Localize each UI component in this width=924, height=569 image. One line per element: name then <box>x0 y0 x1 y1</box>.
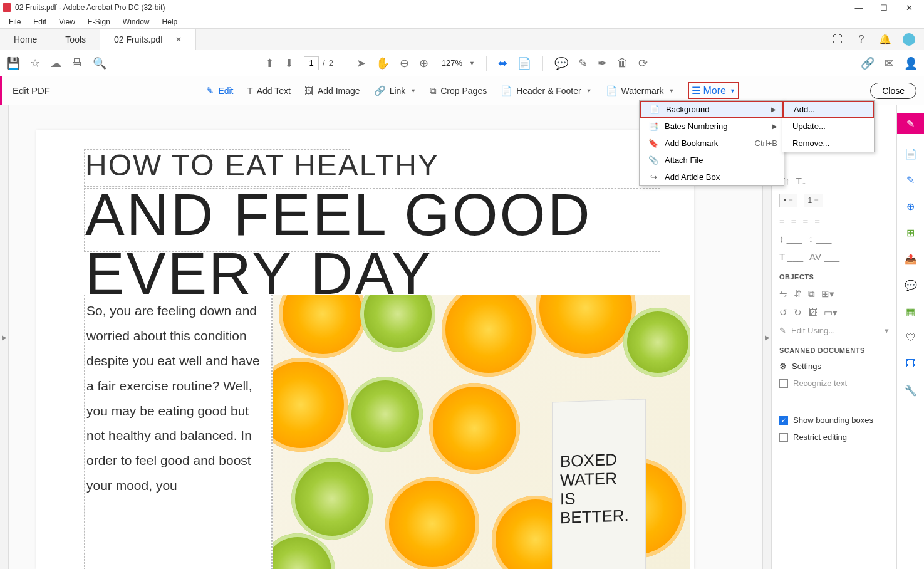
redact-tool-icon[interactable]: ▦ <box>904 305 918 318</box>
submenu-item-update[interactable]: Update... <box>782 118 874 135</box>
search-icon[interactable]: 🔍 <box>93 56 106 70</box>
close-button[interactable]: Close <box>870 83 916 99</box>
export-tool-icon[interactable]: 📤 <box>904 252 918 266</box>
menu-item-bookmark[interactable]: 🔖 Add Bookmark Ctrl+B <box>640 135 784 152</box>
page-down-icon[interactable]: ⬇ <box>284 56 294 70</box>
chevron-down-icon: ▼ <box>586 88 592 94</box>
close-icon[interactable]: ✕ <box>896 3 921 13</box>
crop-object-icon[interactable]: ⧉ <box>808 288 815 300</box>
number-list-button[interactable]: 1 ≡ <box>804 194 823 207</box>
text-spacing-row: T ___ AV ___ <box>779 251 889 262</box>
screen-capture-icon[interactable]: ⛶ <box>831 33 844 46</box>
zoom-out-icon[interactable]: ⊖ <box>400 56 409 70</box>
page-up-icon[interactable]: ⬆ <box>265 56 274 70</box>
people-icon[interactable]: 👤 <box>904 56 918 70</box>
menu-item-attach[interactable]: 📎 Attach File <box>640 152 784 169</box>
menu-edit[interactable]: Edit <box>27 16 53 28</box>
fit-page-icon[interactable]: 📄 <box>517 56 531 70</box>
protect-tool-icon[interactable]: 🛡 <box>904 331 918 345</box>
align-left-icon[interactable]: ≡ <box>779 215 785 226</box>
para-spacing-icon[interactable]: ↕ ___ <box>809 233 832 244</box>
more-tools-icon[interactable]: 🔧 <box>904 384 918 397</box>
align-justify-icon[interactable]: ≡ <box>814 215 820 226</box>
print-icon[interactable]: 🖶 <box>71 56 83 70</box>
page-current-input[interactable] <box>304 56 319 70</box>
help-icon[interactable]: ? <box>855 33 868 46</box>
minimize-icon[interactable]: — <box>846 3 871 13</box>
submenu-item-add[interactable]: Add... <box>782 101 874 118</box>
select-tool-icon[interactable]: ➤ <box>356 56 366 70</box>
text-smaller-icon[interactable]: T↓ <box>796 175 807 186</box>
save-icon[interactable]: 💾 <box>6 56 20 70</box>
link-share-icon[interactable]: 🔗 <box>861 56 875 70</box>
star-icon[interactable]: ☆ <box>30 56 40 70</box>
rotate-cw-icon[interactable]: ↻ <box>794 307 802 318</box>
comment-icon[interactable]: 💬 <box>554 56 568 70</box>
line-spacing-icon[interactable]: ↕ ___ <box>779 233 802 244</box>
more-button[interactable]: ☰ More ▼ <box>688 82 739 99</box>
combine-tool-icon[interactable]: ⊕ <box>904 199 918 213</box>
restrict-label: Restrict editing <box>793 432 847 442</box>
watermark-button[interactable]: 📄Watermark▼ <box>606 85 675 97</box>
link-button[interactable]: 🔗Link▼ <box>374 85 417 97</box>
edit-button[interactable]: ✎Edit <box>206 85 233 97</box>
scanned-section-title: SCANNED DOCUMENTS <box>779 347 889 354</box>
menu-file[interactable]: File <box>3 16 27 28</box>
menu-item-bates[interactable]: 📑 Bates Numbering ▶ <box>640 118 784 135</box>
replace-image-icon[interactable]: 🖼 <box>808 307 818 318</box>
spacing-row: ↕ ___ ↕ ___ <box>779 233 889 244</box>
menu-help[interactable]: Help <box>156 16 184 28</box>
arrange-icon[interactable]: ▭▾ <box>824 307 838 318</box>
zoom-in-icon[interactable]: ⊕ <box>419 56 428 70</box>
rotate-ccw-icon[interactable]: ↺ <box>779 307 787 318</box>
highlight-icon[interactable]: ✎ <box>578 56 588 70</box>
flip-v-icon[interactable]: ⇵ <box>794 288 802 300</box>
align-object-icon[interactable]: ⊞▾ <box>821 288 834 300</box>
objects-row2: ↺ ↻ 🖼 ▭▾ <box>779 307 889 318</box>
restrict-editing-checkbox[interactable]: Restrict editing <box>779 432 889 442</box>
tab-close-icon[interactable]: ✕ <box>175 35 182 44</box>
comment-tool-icon[interactable]: ✎ <box>904 173 918 187</box>
menu-item-background[interactable]: 📄 Background ▶ <box>640 101 784 118</box>
align-center-icon[interactable]: ≡ <box>791 215 797 226</box>
tab-home[interactable]: Home <box>0 29 51 50</box>
avatar[interactable] <box>903 33 915 46</box>
create-pdf-tool-icon[interactable]: 📄 <box>904 147 918 160</box>
maximize-icon[interactable]: ☐ <box>871 3 896 13</box>
header-footer-button[interactable]: 📄Header & Footer▼ <box>501 85 591 97</box>
edit-using-dropdown[interactable]: ✎ Edit Using... ▾ <box>779 326 889 335</box>
flip-h-icon[interactable]: ⇋ <box>779 288 787 300</box>
delete-icon[interactable]: 🗑 <box>617 56 628 70</box>
crop-button[interactable]: ⧉Crop Pages <box>430 85 487 97</box>
tab-document[interactable]: 02 Fruits.pdf ✕ <box>100 29 196 50</box>
rotate-icon[interactable]: ⟳ <box>638 56 648 70</box>
image-bounding-box[interactable]: BOXED WATER IS BETTER. <box>272 295 690 569</box>
bell-icon[interactable]: 🔔 <box>879 33 891 46</box>
submenu-item-remove[interactable]: Remove... <box>782 135 874 152</box>
fit-width-icon[interactable]: ⬌ <box>498 56 507 70</box>
recognize-text-checkbox[interactable]: Recognize text <box>779 378 889 388</box>
collapse-left-handle[interactable]: ▶ <box>0 105 9 569</box>
bullet-list-button[interactable]: • ≡ <box>779 194 797 207</box>
align-right-icon[interactable]: ≡ <box>803 215 809 226</box>
zoom-select[interactable]: 127% ▼ <box>439 56 475 70</box>
menu-esign[interactable]: E-Sign <box>81 16 117 28</box>
add-image-button[interactable]: 🖼Add Image <box>304 85 360 96</box>
edit-pdf-tool-icon[interactable]: ✎ <box>897 113 924 134</box>
menu-item-article[interactable]: ↪ Add Article Box <box>640 169 784 185</box>
fill-sign-tool-icon[interactable]: 💬 <box>904 278 918 292</box>
settings-button[interactable]: ⚙ Settings <box>779 362 889 371</box>
show-bounding-checkbox[interactable]: ✓ Show bounding boxes <box>779 415 889 425</box>
rich-media-tool-icon[interactable]: 🎞 <box>904 357 918 371</box>
cloud-upload-icon[interactable]: ☁ <box>50 56 61 70</box>
menu-window[interactable]: Window <box>117 16 156 28</box>
signature-icon[interactable]: ✒ <box>598 56 607 70</box>
organize-tool-icon[interactable]: ⊞ <box>904 226 918 239</box>
horiz-scale-icon[interactable]: T ___ <box>779 251 803 262</box>
hand-tool-icon[interactable]: ✋ <box>376 56 390 70</box>
email-icon[interactable]: ✉ <box>885 56 894 70</box>
char-spacing-icon[interactable]: AV ___ <box>809 251 839 262</box>
tab-tools[interactable]: Tools <box>51 29 100 50</box>
menu-view[interactable]: View <box>53 16 81 28</box>
add-text-button[interactable]: TAdd Text <box>247 85 291 96</box>
